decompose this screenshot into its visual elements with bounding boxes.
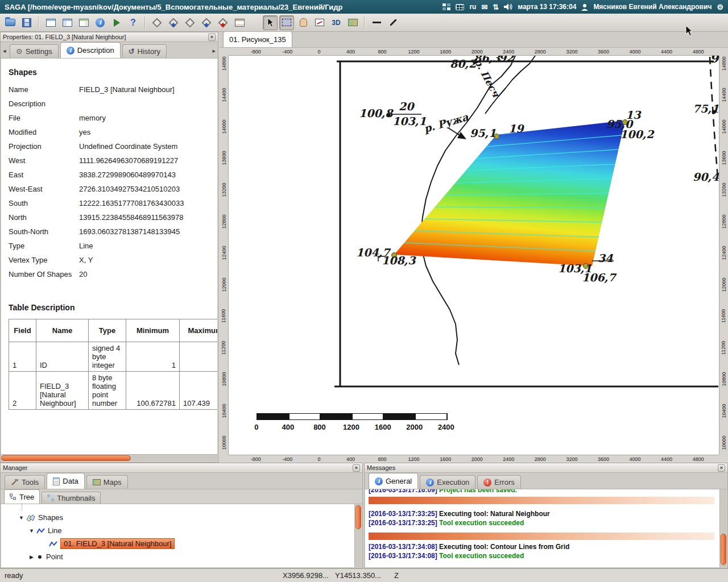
open-button[interactable] (3, 15, 18, 30)
property-row: File memory (9, 113, 217, 123)
volume-icon[interactable] (504, 3, 512, 10)
tree-item-line[interactable]: ▼ Line (1, 524, 354, 537)
session-user-name[interactable]: Мясников Евгений Александрович (593, 3, 712, 11)
ruler-label: 12800 (721, 214, 727, 228)
paste-button[interactable] (232, 15, 247, 30)
properties-panel-title: Properties: 01. FIELD_3 [Natural Neighbo… (3, 34, 126, 40)
show-description-button[interactable]: i (93, 15, 107, 30)
tab-history[interactable]: ↺ History (122, 44, 167, 58)
tab-errors[interactable]: ! Errors (477, 475, 520, 489)
map-canvas[interactable]: 80,2 86,3 92 9 100,8 20 103,1 95,1 19 13… (229, 56, 719, 455)
statusbar: ready X3956.9298... Y14513.350... Z (0, 568, 728, 582)
col-header-field: Field (9, 319, 36, 342)
zoom-rectangle-icon (282, 19, 291, 26)
ruler-label: 11200 (221, 341, 227, 355)
ruler-label: 14800 (721, 56, 727, 70)
show-messages-button[interactable] (76, 15, 91, 30)
diamond-measure-icon (202, 18, 212, 27)
gear-icon[interactable]: ⚙ (717, 3, 723, 11)
table-header-row: Field Name Type Minimum Maximum (9, 319, 218, 342)
pan-tool-button[interactable] (296, 15, 311, 30)
messages-panel-title: Messages (367, 464, 395, 471)
help-button[interactable]: ? (126, 15, 140, 30)
tab-tools[interactable]: Tools (5, 475, 45, 489)
save-button[interactable] (19, 15, 34, 30)
keyboard-layout-indicator[interactable]: ru (469, 3, 476, 11)
pointer-tool-button[interactable] (263, 15, 278, 30)
clock[interactable]: марта 13 17:36:04 (518, 3, 576, 11)
tab-data[interactable]: Data (47, 473, 84, 489)
keyboard-icon[interactable] (456, 4, 464, 10)
expander-icon[interactable]: ▶ (28, 554, 35, 560)
ruler-label: 11600 (221, 309, 227, 323)
show-object-properties-button[interactable] (60, 15, 75, 30)
action-move-button[interactable] (150, 15, 164, 30)
network-updown-icon[interactable]: ⇅ (493, 3, 499, 11)
error-icon: ! (483, 479, 491, 487)
action-measure-button[interactable] (199, 15, 214, 30)
ruler-label: 2800 (524, 48, 556, 55)
tab-maps[interactable]: Maps (86, 475, 128, 489)
action-info-button[interactable] (183, 15, 197, 30)
execute-tool-button[interactable] (109, 15, 124, 30)
ruler-label: 10400 (221, 404, 227, 418)
action-select-button[interactable] (166, 15, 181, 30)
close-icon[interactable]: × (208, 34, 216, 41)
tab-scroll-right-icon[interactable]: ▸ (212, 47, 216, 55)
show-manager-button[interactable] (43, 15, 58, 30)
selected-layer-label[interactable]: 01. FIELD_3 [Natural Neighbour] (60, 538, 175, 549)
digitize-button[interactable] (386, 15, 400, 30)
manager-vertical-scrollbar[interactable] (354, 504, 362, 567)
toolbar-separator (38, 16, 39, 29)
messages-window-icon (79, 19, 89, 27)
close-icon[interactable]: × (353, 464, 360, 472)
property-row: South 12222.16351777081763430033 (9, 198, 217, 208)
data-tree: ▼ Shapes ▼ Line 01. FIELD_3 [Natural Nei… (1, 504, 354, 567)
close-icon[interactable]: × (718, 464, 725, 472)
toolbar-separator (364, 16, 365, 29)
scrollbar-thumb[interactable] (1, 455, 131, 461)
subtab-thumbnails[interactable]: Thumbnails (42, 492, 101, 504)
workspace-switcher-icon[interactable] (442, 3, 450, 10)
print-map-button[interactable] (345, 15, 360, 30)
tree-item-shapes[interactable]: ▼ Shapes (1, 511, 354, 524)
expander-icon[interactable]: ▼ (28, 528, 35, 534)
ruler-label: 13600 (721, 151, 727, 165)
properties-horizontal-scrollbar[interactable] (1, 454, 217, 462)
tab-execution[interactable]: i Execution (420, 475, 475, 489)
tab-scroll-left-icon[interactable]: ◂ (3, 47, 6, 55)
scrollbar-thumb[interactable] (721, 534, 726, 565)
tab-settings[interactable]: ⚙ Settings (10, 44, 59, 58)
tree-item-selected-layer[interactable]: 01. FIELD_3 [Natural Neighbour] (1, 537, 354, 550)
save-disk-icon (22, 18, 31, 27)
tab-general[interactable]: i General (369, 473, 418, 489)
measure-line-button[interactable] (369, 15, 384, 30)
zoom-tool-button[interactable] (279, 15, 294, 30)
map-tabbar: 01. Рисунок_135 (220, 32, 728, 48)
mail-icon[interactable]: ✉ (481, 3, 487, 11)
tab-description[interactable]: i Description (60, 42, 121, 58)
log-separator-bar (369, 533, 714, 540)
property-label: South (9, 198, 79, 208)
messages-vertical-scrollbar[interactable] (719, 489, 727, 567)
tree-item-point[interactable]: ▶ Point (1, 550, 354, 563)
col-header-maximum: Maximum (180, 319, 218, 342)
copy-button[interactable] (216, 15, 230, 30)
property-row: Vertex Type X, Y (9, 255, 217, 265)
subtab-tree[interactable]: Tree (4, 489, 40, 504)
ruler-label: 10800 (221, 372, 227, 386)
ruler-label: 2800 (524, 455, 556, 463)
view-3d-button[interactable]: 3D (329, 15, 344, 30)
line-segment-icon (373, 22, 381, 23)
map-drawing (229, 56, 719, 455)
user-icon[interactable] (581, 3, 588, 11)
log-line: [2016-03-13/17:33:25] Tool execution suc… (369, 518, 719, 527)
scalebar-label: 1600 (367, 423, 399, 431)
zoom-extent-button[interactable] (312, 15, 327, 30)
scrollbar-thumb[interactable] (355, 505, 361, 529)
log-separator-bar (369, 497, 714, 504)
log-line: [2016-03-13/17:34:08] Tool execution suc… (369, 551, 719, 560)
help-icon: ? (130, 18, 136, 28)
map-document-tab[interactable]: 01. Рисунок_135 (223, 31, 292, 47)
expander-icon[interactable]: ▼ (18, 515, 24, 521)
